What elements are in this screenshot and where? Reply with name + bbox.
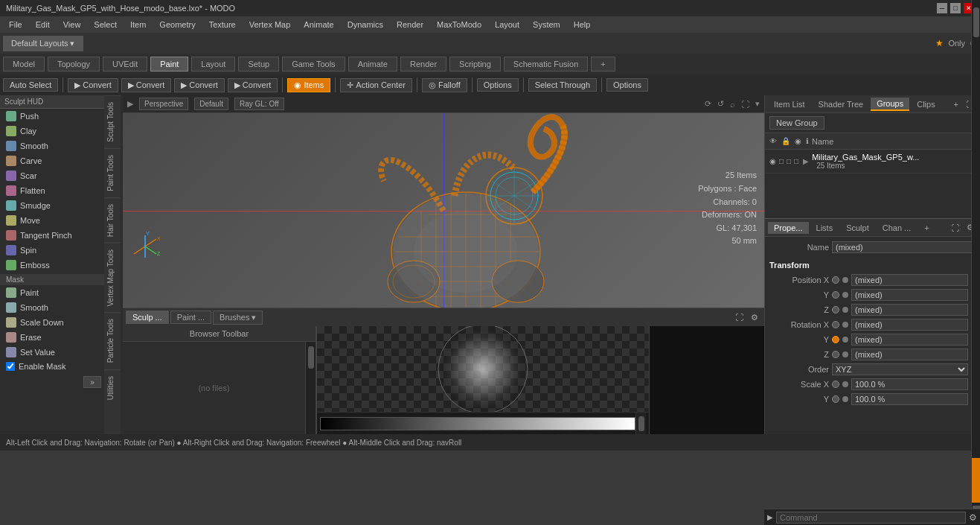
cmd-gear-icon[interactable]: ⚙: [969, 512, 977, 523]
tool-set-value[interactable]: Set Value: [0, 345, 104, 360]
rotation-x-radio[interactable]: [832, 321, 839, 328]
tool-emboss[interactable]: Emboss: [0, 258, 104, 273]
tab-topology[interactable]: Topology: [48, 57, 100, 71]
menu-animate[interactable]: Animate: [298, 19, 339, 31]
maximize-button[interactable]: □: [950, 3, 961, 13]
options-button-1[interactable]: Options: [477, 78, 519, 92]
menu-system[interactable]: System: [527, 19, 566, 31]
menu-file[interactable]: File: [3, 19, 28, 31]
menu-geometry[interactable]: Geometry: [153, 19, 201, 31]
options-button-2[interactable]: Options: [606, 78, 648, 92]
tab-render[interactable]: Render: [400, 57, 446, 71]
tab-item-list[interactable]: Item List: [768, 98, 811, 110]
default-layouts-button[interactable]: Default Layouts ▾: [3, 36, 83, 51]
tool-smooth-mask[interactable]: Smooth: [0, 300, 104, 315]
right-scrollbar[interactable]: ▲ ▼: [971, 0, 980, 525]
tab-paint[interactable]: Paint ...: [170, 311, 211, 324]
position-y-radio[interactable]: [832, 291, 839, 299]
position-z-value[interactable]: (mixed): [851, 304, 968, 316]
props-tab-lists[interactable]: Lists: [810, 222, 839, 234]
strip-scroll[interactable]: [635, 413, 646, 434]
side-tab-paint-tools[interactable]: Paint Tools: [104, 148, 121, 197]
gradient-strip[interactable]: [320, 417, 635, 430]
rotation-z-radio[interactable]: [832, 351, 839, 358]
side-tab-vertexmap-tools[interactable]: Vertex Map Tools: [104, 243, 121, 313]
convert-button-1[interactable]: ▶ Convert: [68, 78, 118, 92]
tab-gametools[interactable]: Game Tools: [282, 57, 345, 71]
props-tab-properties[interactable]: Prope...: [768, 222, 809, 234]
tab-brushes[interactable]: Brushes ▾: [213, 311, 263, 325]
tab-setup[interactable]: Setup: [238, 57, 279, 71]
orbit-icon[interactable]: ⟳: [705, 99, 711, 109]
search-icon[interactable]: ⌕: [730, 100, 735, 109]
tool-carve[interactable]: Carve: [0, 153, 104, 168]
tool-smooth[interactable]: Smooth: [0, 139, 104, 153]
scale-x-value[interactable]: 100.0 %: [851, 378, 968, 390]
tool-paint-mask[interactable]: Paint: [0, 285, 104, 300]
props-tab-chan[interactable]: Chan ...: [877, 222, 917, 234]
rotation-x-value[interactable]: (mixed): [851, 319, 968, 331]
menu-view[interactable]: View: [57, 19, 87, 31]
tool-spin[interactable]: Spin: [0, 243, 104, 258]
side-tab-utilities[interactable]: Utilities: [104, 369, 121, 406]
menu-vertexmap[interactable]: Vertex Map: [243, 19, 297, 31]
position-x-value[interactable]: (mixed): [851, 274, 968, 286]
scale-y-radio[interactable]: [832, 395, 839, 403]
auto-select-button[interactable]: Auto Select: [3, 78, 58, 92]
position-y-value[interactable]: (mixed): [851, 289, 968, 301]
rotation-y-value[interactable]: (mixed): [851, 334, 968, 346]
action-center-button[interactable]: ✛ Action Center: [340, 78, 412, 92]
select-through-button[interactable]: Select Through: [528, 78, 597, 92]
tool-erase[interactable]: Erase: [0, 330, 104, 345]
tab-model[interactable]: Model: [3, 57, 45, 71]
tab-clips[interactable]: Clips: [911, 98, 941, 110]
strip-scroll-thumb[interactable]: [638, 416, 644, 431]
tab-schematic[interactable]: Schematic Fusion: [504, 57, 588, 71]
tool-smudge[interactable]: Smudge: [0, 198, 104, 213]
tool-scar[interactable]: Scar: [0, 168, 104, 183]
menu-layout[interactable]: Layout: [489, 19, 525, 31]
scale-x-radio[interactable]: [832, 381, 839, 388]
tool-tangent-pinch[interactable]: Tangent Pinch: [0, 228, 104, 243]
panel-menu-icon[interactable]: ⚙: [748, 313, 761, 322]
new-group-button[interactable]: New Group: [769, 116, 824, 130]
tool-move[interactable]: Move: [0, 213, 104, 228]
enable-mask-item[interactable]: Enable Mask: [0, 360, 104, 373]
rotation-y-radio[interactable]: [832, 336, 839, 343]
tab-groups[interactable]: Groups: [871, 98, 909, 111]
enable-mask-checkbox[interactable]: [6, 362, 15, 371]
reset-icon[interactable]: ↺: [717, 99, 724, 109]
menu-edit[interactable]: Edit: [30, 19, 56, 31]
add-tab-right-icon[interactable]: +: [951, 100, 961, 109]
menu-dynamics[interactable]: Dynamics: [342, 19, 389, 31]
props-tab-sculpt[interactable]: Sculpt: [840, 222, 875, 234]
tab-layout[interactable]: Layout: [191, 57, 235, 71]
tool-push[interactable]: Push: [0, 109, 104, 124]
props-expand-icon[interactable]: ⛶: [948, 223, 962, 232]
expand-button[interactable]: »: [83, 376, 101, 388]
rotation-z-value[interactable]: (mixed): [851, 349, 968, 360]
fit-icon[interactable]: ⛶: [741, 100, 749, 109]
viewport-canvas[interactable]: 25 Items Polygons : Face Channels: 0 Def…: [123, 113, 764, 308]
menu-help[interactable]: Help: [568, 19, 597, 31]
tab-animate[interactable]: Animate: [348, 57, 397, 71]
group-item-main[interactable]: ◉ □ □ □ ▶ Military_Gas_Mask_GP5_w... 25 …: [765, 150, 980, 174]
viewport-menu-icon[interactable]: ▾: [755, 99, 760, 109]
side-tab-hair-tools[interactable]: Hair Tools: [104, 197, 121, 243]
tool-flatten[interactable]: Flatten: [0, 183, 104, 198]
items-button[interactable]: ◉ Items: [287, 78, 330, 92]
falloff-button[interactable]: ◎ Falloff: [422, 78, 467, 92]
side-tab-particle-tools[interactable]: Particle Tools: [104, 312, 121, 369]
tab-shader-tree[interactable]: Shader Tree: [813, 98, 870, 110]
minimize-button[interactable]: ─: [937, 3, 947, 13]
tool-clay[interactable]: Clay: [0, 124, 104, 139]
side-tab-sculpt-tools[interactable]: Sculpt Tools: [104, 95, 121, 148]
scale-y-value[interactable]: 100.0 %: [851, 393, 968, 405]
tab-uvedit[interactable]: UVEdit: [103, 57, 147, 71]
cmd-arrow-icon[interactable]: ▶: [767, 513, 773, 521]
command-input[interactable]: [776, 512, 966, 524]
add-tab-button[interactable]: +: [591, 57, 615, 71]
menu-item[interactable]: Item: [124, 19, 152, 31]
order-select[interactable]: XYZ: [832, 363, 968, 375]
menu-select[interactable]: Select: [88, 19, 123, 31]
